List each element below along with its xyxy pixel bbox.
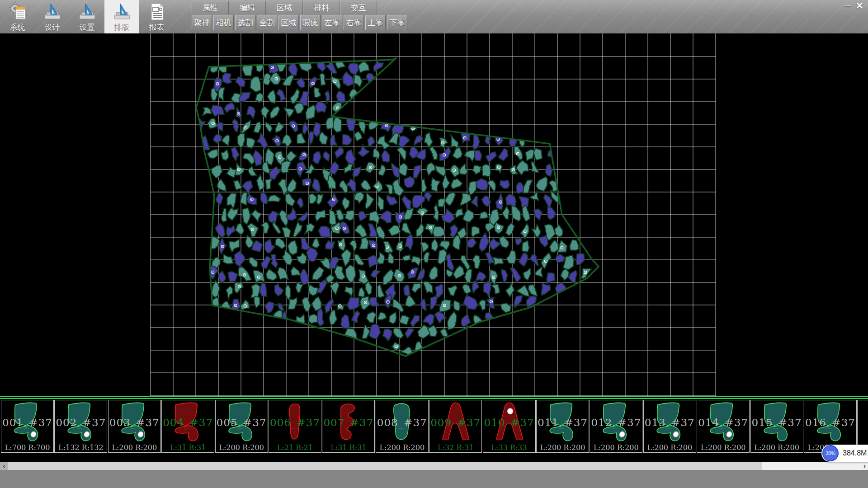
menu-tab-2[interactable]: 编辑	[229, 1, 266, 14]
report-button[interactable]: 报表	[139, 0, 174, 33]
thumbnail-cell-13[interactable]: 013_#37L:200 R:200	[643, 400, 696, 453]
strip-separator-line	[0, 396, 868, 397]
scroll-right-arrow-icon[interactable]: ›	[863, 462, 866, 470]
nesting-button[interactable]: 排版	[104, 0, 139, 33]
piece-count-label: L:32 R:31	[429, 443, 481, 452]
thumbnail-cell-9[interactable]: 009_#37L:32 R:31	[429, 400, 482, 453]
piece-count-label: L:200 R:200	[216, 443, 268, 452]
action-button-9[interactable]: 上靠	[365, 15, 386, 30]
piece-label: 016_#37	[804, 417, 856, 428]
action-button-1[interactable]: 聚排	[192, 15, 212, 30]
piece-count-label: L:200 R:200	[644, 443, 696, 452]
report-button-label: 报表	[149, 22, 165, 33]
close-button[interactable]: ✕	[855, 0, 863, 12]
piece-shape-icon	[860, 401, 868, 444]
thumbnail-cell-7[interactable]: 007_#37L:31 R:31	[322, 400, 375, 453]
settings-ruler-icon	[77, 2, 97, 22]
menu-tab-3[interactable]: 区域	[266, 1, 303, 14]
thumbnail-cell-2[interactable]: 002_#37L:132 R:132	[54, 400, 107, 453]
action-button-7[interactable]: 左靠	[322, 15, 342, 30]
thumbnail-cell-10[interactable]: 010_#37L:33 R:33	[483, 400, 536, 453]
piece-label: 001_#37	[1, 417, 53, 428]
piece-label: 011_#37	[537, 417, 589, 428]
piece-label: 006_#37	[269, 417, 321, 428]
thumbnail-cell-1[interactable]: 001_#37L:700 R:700	[1, 400, 54, 453]
piece-count-label: L:200 R:200	[108, 443, 160, 452]
menu-tabs: 属性编辑区域排料交互	[192, 1, 377, 14]
action-button-10[interactable]: 下靠	[387, 15, 407, 30]
piece-label: 008_#37	[376, 417, 428, 428]
system-button[interactable]: 系统	[0, 0, 35, 33]
piece-label: 005_#37	[216, 417, 268, 428]
system-button-label: 系统	[10, 22, 25, 33]
piece-count-label: L:33 R:33	[483, 443, 535, 452]
piece-count-label: L:700 R:700	[1, 443, 53, 452]
menu-tab-5[interactable]: 交互	[340, 1, 377, 14]
design-ruler-icon	[42, 2, 62, 22]
piece-label: 014_#37	[697, 417, 749, 428]
piece-label: 002_#37	[55, 417, 107, 428]
action-button-bar: 聚排相机选割全割区域瑕疵左靠右靠上靠下靠	[192, 15, 407, 31]
piece-label: 003_#37	[108, 417, 160, 428]
piece-label: 009_#37	[429, 417, 481, 428]
nesting-button-label: 排版	[114, 22, 130, 33]
nested-pieces	[197, 56, 592, 355]
main-button-bar: 系统 设计 设置	[0, 0, 174, 33]
nesting-canvas[interactable]	[0, 33, 868, 399]
nesting-canvas-area[interactable]	[0, 33, 868, 399]
thumbnail-cell-14[interactable]: 014_#37L:200 R:200	[697, 400, 750, 453]
nesting-ruler-icon	[112, 2, 132, 22]
progress-badge: 38% 384.8M	[821, 445, 868, 462]
thumbnail-cell-5[interactable]: 005_#37L:200 R:200	[215, 400, 268, 453]
system-gear-icon	[8, 2, 28, 22]
piece-count-label: L:31 R:31	[162, 443, 214, 452]
thumbnail-cell-12[interactable]: 012_#37L:200 R:200	[590, 400, 642, 453]
menu-tab-4[interactable]: 排料	[303, 1, 340, 14]
settings-button[interactable]: 设置	[70, 0, 104, 33]
thumbnail-cell-8[interactable]: 008_#37L:200 R:200	[376, 400, 429, 453]
action-button-3[interactable]: 选割	[235, 15, 255, 30]
menu-tab-1[interactable]: 属性	[192, 1, 229, 14]
piece-label: 012_#37	[590, 417, 642, 428]
progress-circle: 38%	[822, 445, 839, 461]
strip-separator-line	[0, 398, 868, 399]
report-document-icon	[147, 2, 167, 22]
piece-label: 004_#37	[162, 417, 214, 428]
action-button-2[interactable]: 相机	[213, 15, 234, 30]
design-button-label: 设计	[45, 22, 60, 33]
design-button[interactable]: 设计	[35, 0, 70, 33]
memory-usage-label: 384.8M	[843, 449, 867, 457]
thumbnail-cell-15[interactable]: 015_#37L:200 R:200	[750, 400, 803, 453]
piece-count-label: L:200 R:200	[590, 443, 642, 452]
piece-label: 010_#37	[483, 417, 535, 428]
minimize-button[interactable]: ─	[845, 0, 851, 12]
window-controls: ─ ✕	[845, 0, 863, 12]
scroll-left-arrow-icon[interactable]: ‹	[0, 462, 8, 470]
piece-count-label: L:132 R:132	[55, 443, 107, 452]
action-button-4[interactable]: 全割	[257, 15, 277, 30]
settings-button-label: 设置	[80, 22, 95, 33]
piece-count-label: L:200 R:200	[751, 443, 803, 452]
piece-count-label: L:31 R:31	[322, 443, 374, 452]
action-button-6[interactable]: 瑕疵	[300, 15, 321, 30]
piece-count-label: L:200 R:200	[697, 443, 749, 452]
titlebar-toolbar: 系统 设计 设置	[0, 0, 868, 34]
scrollbar-thumb[interactable]	[8, 462, 762, 470]
thumbnail-cell-11[interactable]: 011_#37L:200 R:200	[536, 400, 589, 453]
thumbnail-cell-6[interactable]: 006_#37L:21 R:21	[269, 400, 321, 453]
action-button-5[interactable]: 区域	[278, 15, 299, 30]
leather-hide-outline	[196, 58, 599, 356]
thumbnail-cell-4[interactable]: 004_#37L:31 R:31	[161, 400, 214, 453]
app-window: 系统 设计 设置	[0, 0, 868, 488]
piece-count-label: L:21 R:21	[269, 443, 321, 452]
piece-label: 015_#37	[751, 417, 803, 428]
piece-count-label: L:200 R:200	[537, 443, 589, 452]
horizontal-scrollbar[interactable]: ‹ ›	[0, 462, 868, 470]
piece-count-label: L:200 R:200	[376, 443, 428, 452]
piece-thumbnail-strip: 001_#37L:700 R:700002_#37L:132 R:132003_…	[0, 399, 868, 462]
thumbnail-cell-3[interactable]: 003_#37L:200 R:200	[108, 400, 161, 453]
piece-label: 007_#37	[322, 417, 374, 428]
piece-label: 013_#37	[644, 417, 696, 428]
action-button-8[interactable]: 右靠	[344, 15, 364, 30]
status-bar	[0, 470, 868, 488]
